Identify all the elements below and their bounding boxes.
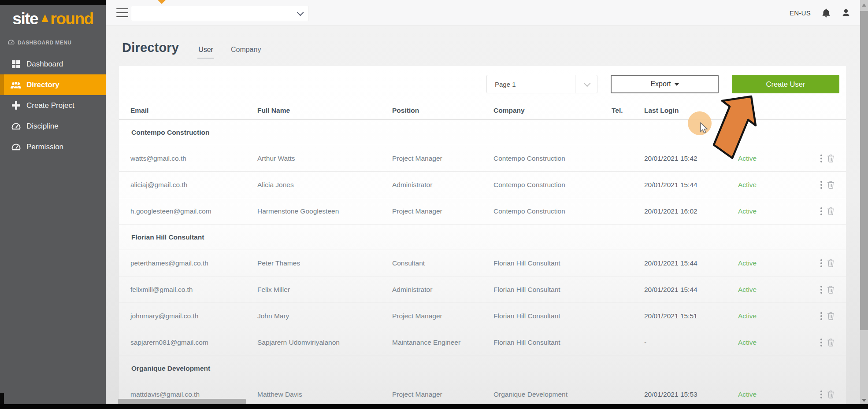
- dashboard-menu-gauge-icon: [8, 40, 15, 46]
- cell-company: Contempo Construction: [493, 207, 612, 215]
- cell-full-name: Matthew Davis: [257, 391, 392, 398]
- gauge-icon: [11, 144, 21, 151]
- kebab-menu-icon[interactable]: [820, 311, 823, 321]
- sidebar-top-strip: [0, 0, 106, 5]
- scroll-down-arrow-icon[interactable]: [862, 399, 866, 402]
- cell-status: Active: [738, 391, 820, 398]
- company-group-header: Organique Development: [119, 356, 846, 381]
- cell-company: Florian Hill Consultant: [493, 286, 612, 294]
- brand-logo-site: site: [12, 10, 38, 28]
- brand-logo-round: round: [50, 10, 93, 28]
- trash-icon[interactable]: [827, 181, 835, 189]
- cell-full-name: Alicia Jones: [257, 181, 392, 189]
- cell-position: Project Manager: [392, 391, 493, 398]
- cell-company: Florian Hill Consultant: [493, 339, 612, 346]
- user-profile-icon[interactable]: [842, 8, 850, 17]
- sidebar-item-label: Directory: [26, 81, 59, 89]
- vertical-scrollbar[interactable]: [860, 0, 868, 409]
- column-header: Tel.: [612, 107, 644, 114]
- project-select[interactable]: [131, 6, 308, 21]
- kebab-menu-icon[interactable]: [820, 154, 823, 163]
- cell-status: Active: [738, 259, 820, 267]
- cell-full-name: John Mary: [257, 312, 392, 320]
- sidebar: site▲round DASHBOARD MENU Dashboard Dire…: [0, 0, 106, 409]
- cell-last-login: 20/01/2021 15:44: [644, 181, 738, 189]
- column-header: Company: [493, 107, 612, 114]
- trash-icon[interactable]: [827, 285, 835, 294]
- row-actions: [820, 338, 841, 347]
- page-select[interactable]: Page 1: [486, 75, 597, 93]
- table-row: johnmary@gmail.co.th John Mary Project M…: [119, 303, 846, 329]
- page-title: Directory: [122, 41, 179, 55]
- page-select-dropdown[interactable]: [575, 75, 597, 93]
- page-select-value: Page 1: [487, 81, 575, 88]
- cell-full-name: Arthur Watts: [257, 155, 392, 162]
- row-actions: [820, 258, 841, 268]
- kebab-menu-icon[interactable]: [820, 258, 823, 268]
- scroll-up-arrow-icon[interactable]: [862, 4, 866, 7]
- row-actions: [820, 311, 841, 321]
- cell-position: Project Manager: [392, 312, 493, 320]
- column-header: Email: [130, 107, 257, 114]
- cell-status: Active: [738, 312, 820, 320]
- sidebar-item-permission[interactable]: Permission: [0, 136, 106, 157]
- table-row: peterthames@gmail.co.th Peter Thames Con…: [119, 250, 846, 276]
- cell-email: felixmill@gmail.co.th: [130, 286, 257, 294]
- cell-full-name: Felix Miller: [257, 286, 392, 294]
- bottom-black-bar: [0, 404, 868, 409]
- trash-icon[interactable]: [827, 154, 835, 162]
- horizontal-scrollbar-thumb[interactable]: [118, 399, 246, 404]
- sidebar-item-label: Create Project: [26, 101, 74, 110]
- kebab-menu-icon[interactable]: [820, 390, 823, 399]
- cell-last-login: 20/01/2021 15:53: [644, 391, 738, 398]
- tutorial-arrow-icon: [686, 85, 775, 170]
- frame-notch: [0, 393, 4, 404]
- video-marker-icon: [158, 0, 166, 4]
- kebab-menu-icon[interactable]: [820, 285, 823, 295]
- cell-last-login: 20/01/2021 15:44: [644, 286, 738, 294]
- trash-icon[interactable]: [827, 312, 835, 320]
- cell-company: Florian Hill Consultant: [493, 259, 612, 267]
- group-name: Organique Development: [131, 365, 210, 372]
- kebab-menu-icon[interactable]: [820, 206, 823, 216]
- sidebar-item-directory[interactable]: Directory: [0, 74, 106, 95]
- kebab-menu-icon[interactable]: [820, 338, 823, 347]
- trash-icon[interactable]: [827, 207, 835, 215]
- cell-company: Florian Hill Consultant: [493, 312, 612, 320]
- tab-company[interactable]: Company: [230, 46, 262, 59]
- cell-status: Active: [738, 339, 820, 346]
- brand-logo[interactable]: site▲round: [0, 6, 106, 32]
- row-actions: [820, 154, 841, 163]
- row-actions: [820, 285, 841, 295]
- tab-user[interactable]: User: [197, 46, 214, 59]
- cell-email: johnmary@gmail.co.th: [130, 312, 257, 320]
- bell-icon[interactable]: [822, 8, 830, 18]
- sidebar-item-dashboard[interactable]: Dashboard: [0, 54, 106, 74]
- language-selector[interactable]: EN-US: [790, 9, 811, 17]
- vertical-scrollbar-thumb[interactable]: [860, 11, 868, 330]
- sidebar-item-label: Dashboard: [26, 60, 63, 69]
- trash-icon[interactable]: [827, 390, 835, 398]
- sidebar-item-discipline[interactable]: Discipline: [0, 116, 106, 136]
- hamburger-menu-icon[interactable]: [116, 8, 128, 17]
- trash-icon[interactable]: [827, 259, 835, 267]
- company-group-header: Florian Hill Consultant: [119, 225, 846, 250]
- sidebar-nav: Dashboard Directory Create Project Disci…: [0, 54, 106, 157]
- cell-email: sapjarern081@gmail.com: [130, 339, 257, 346]
- table-row: sapjarern081@gmail.com Sapjarern Udomvir…: [119, 329, 846, 356]
- cell-last-login: -: [644, 339, 738, 346]
- directory-tabs: User Company: [197, 46, 262, 59]
- group-name: Contempo Construction: [131, 129, 209, 136]
- cell-last-login: 20/01/2021 15:44: [644, 259, 738, 267]
- cell-last-login: 20/01/2021 16:02: [644, 207, 738, 215]
- cell-email: mattdavis@gmail.co.th: [130, 391, 257, 398]
- sidebar-item-create-project[interactable]: Create Project: [0, 95, 106, 116]
- cell-company: Contempo Construction: [493, 181, 612, 189]
- trash-icon[interactable]: [827, 338, 835, 346]
- kebab-menu-icon[interactable]: [820, 180, 823, 190]
- cell-status: Active: [738, 286, 820, 294]
- cell-position: Administrator: [392, 181, 493, 189]
- chevron-down-icon: [297, 9, 304, 16]
- table-row: felixmill@gmail.co.th Felix Miller Admin…: [119, 276, 846, 303]
- topbar: EN-US: [106, 0, 860, 26]
